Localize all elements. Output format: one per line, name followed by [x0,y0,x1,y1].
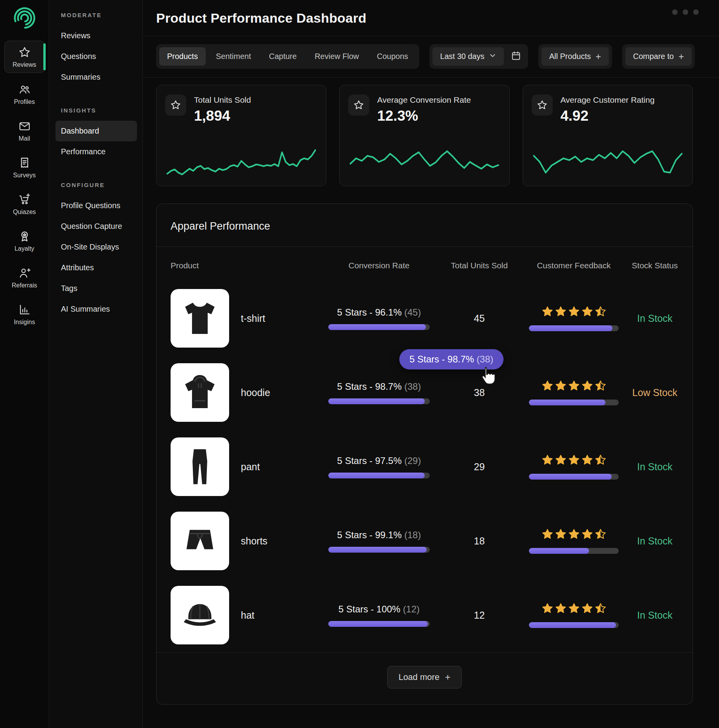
table-row-t-shirt[interactable]: t-shirt 5 Stars - 96.1% (45) 45 In Stock [157,281,692,355]
sidebar-item-performance[interactable]: Performance [55,141,137,162]
full-star-icon [541,380,553,393]
conversion-label: 5 Stars - 98.7% [337,381,402,392]
sidebar-item-profile-questions[interactable]: Profile Questions [55,195,137,216]
panel-footer: Load more + [157,652,692,704]
sidebar-section-heading: MODERATE [61,12,139,18]
conversion-cell: 5 Stars - 100% (12) [320,604,438,627]
tab-review-flow[interactable]: Review Flow [307,47,367,66]
column-header-conversion-rate: Conversion Rate [320,261,438,270]
conversion-count: (18) [404,530,421,540]
toolbar: ProductsSentimentCaptureReview FlowCoupo… [156,36,693,77]
compare-to-button[interactable]: Compare to + [625,47,692,66]
sidebar-item-on-site-displays[interactable]: On-Site Displays [55,237,137,257]
card-value: 1,894 [194,108,251,124]
sidebar-item-summaries[interactable]: Summaries [55,67,137,87]
calendar-icon [511,51,521,61]
product-image [171,437,229,496]
sidebar-section-heading: INSIGHTS [61,107,139,114]
sidebar: MODERATEReviewsQuestionsSummariesINSIGHT… [49,0,143,728]
full-star-icon [568,602,580,616]
load-more-label: Load more [399,672,440,682]
calendar-button[interactable] [507,48,525,64]
tab-coupons[interactable]: Coupons [369,47,416,66]
conversion-progress-bar[interactable] [328,547,430,553]
rail-item-surveys[interactable]: Surveys [4,152,45,183]
feedback-progress-bar[interactable] [529,400,619,405]
full-star-icon [555,380,567,393]
rail-item-referrais[interactable]: Referrais [4,262,45,293]
rail-item-reviews[interactable]: Reviews [4,41,45,73]
sidebar-item-questions[interactable]: Questions [55,46,137,67]
date-range-button[interactable]: Last 30 days [432,47,504,66]
card-title: Average Customer Rating [561,95,655,105]
sparkline-chart [532,140,684,180]
sidebar-item-tags[interactable]: Tags [55,278,137,299]
sidebar-section-moderate: MODERATEReviewsQuestionsSummaries [61,12,139,87]
units-sold: 45 [442,313,516,324]
units-sold: 38 [442,387,516,398]
load-more-button[interactable]: Load more + [387,666,462,689]
all-products-button[interactable]: All Products + [541,47,609,66]
half-star-icon [594,305,607,319]
rail-item-mail[interactable]: Mail [4,115,45,146]
table-row-pant[interactable]: pant 5 Stars - 97.5% (29) 29 In Stock [157,430,692,504]
sidebar-item-dashboard[interactable]: Dashboard [55,121,137,141]
conversion-progress-bar[interactable] [328,324,430,330]
date-range-label: Last 30 days [440,52,484,61]
date-range-group: Last 30 days [429,44,528,69]
cart-icon [18,193,31,206]
tooltip-label: 5 Stars - 98.7% [409,354,474,364]
conversion-cell: 5 Stars - 99.1% (18) [320,530,438,553]
medal-icon [18,230,31,243]
half-star-icon [594,380,607,393]
window-dot[interactable] [683,9,688,15]
main-header: Product Performance Dashboard [156,0,719,36]
sidebar-item-question-capture[interactable]: Question Capture [55,216,137,237]
window-dot[interactable] [672,9,678,15]
product-name: shorts [234,535,316,547]
rail-item-quiazes[interactable]: Quiazes [4,188,45,220]
tab-sentiment[interactable]: Sentiment [208,47,259,66]
conversion-label: 5 Stars - 100% [338,604,400,614]
window-controls[interactable] [672,9,699,15]
full-star-icon [555,305,567,319]
rail-item-profiles[interactable]: Profiles [4,78,45,110]
rail-item-layalty[interactable]: Layalty [4,225,45,257]
table-row-shorts[interactable]: shorts 5 Stars - 99.1% (18) 18 In Stock [157,504,692,578]
full-star-icon [541,454,553,467]
sidebar-item-reviews[interactable]: Reviews [55,25,137,46]
conversion-progress-bar[interactable] [328,473,430,478]
window-dot[interactable] [693,9,699,15]
feedback-cell [521,528,626,554]
feedback-progress-bar[interactable] [529,474,619,480]
units-sold: 12 [442,610,516,621]
survey-icon [18,157,31,169]
stock-status: In Stock [631,535,678,547]
sidebar-section-configure: CONFIGUREProfile QuestionsQuestion Captu… [61,182,139,319]
conversion-count: (12) [403,604,420,614]
full-star-icon [581,380,593,393]
conversion-progress-bar[interactable] [328,398,430,404]
table-row-hoodie[interactable]: hoodie 5 Stars - 98.7% (38) 38 Low Stock… [157,355,692,430]
star-icon [18,46,31,59]
rail-item-insigins[interactable]: Insigins [4,298,45,330]
feedback-cell [521,454,626,480]
stat-cards: Total Units Sold 1,894 Average Conversio… [156,85,693,186]
full-star-icon [581,602,593,616]
half-star-icon [594,454,607,467]
main-content: Product Performance Dashboard ProductsSe… [143,0,719,728]
sidebar-item-ai-summaries[interactable]: AI Summaries [55,299,137,319]
mail-icon [18,120,31,132]
feedback-progress-bar[interactable] [529,325,619,331]
sidebar-item-attributes[interactable]: Attributes [55,257,137,278]
page-title: Product Performance Dashboard [156,11,367,26]
star-icon [348,95,369,116]
conversion-progress-bar[interactable] [328,621,430,627]
stat-card-total-units-sold: Total Units Sold 1,894 [156,85,326,186]
tooltip-count: (38) [477,354,493,364]
feedback-progress-bar[interactable] [529,622,619,628]
tab-capture[interactable]: Capture [261,47,304,66]
tab-products[interactable]: Products [159,47,206,66]
table-row-hat[interactable]: hat 5 Stars - 100% (12) 12 In Stock [157,578,692,652]
feedback-progress-bar[interactable] [529,548,619,554]
